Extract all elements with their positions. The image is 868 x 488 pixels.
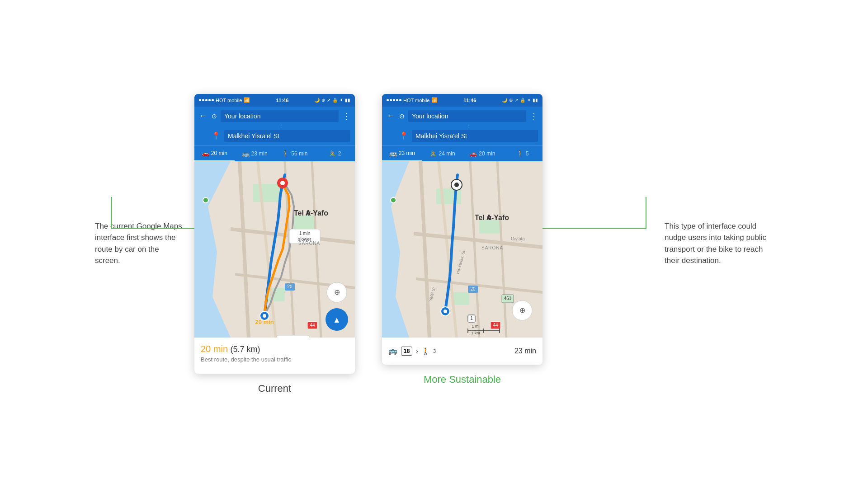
status-bar-left: HOT mobile 📶 11:46 🌙 ⊕ ↗ 🔒 ✦ ▮▮ [194,94,355,107]
bluetooth-icon: ✦ [340,98,343,103]
nav-header-right: ← ⊙ Your location ⋮ ⋮ 📍 Malkhei Yisra'el… [382,107,542,145]
green-dot-right [390,197,396,203]
bike-icon: 🚴 [329,150,336,157]
phone-sustainable: HOT mobile 📶 11:46 🌙 ⊕ ↗ 🔒 ✦ ▮▮ [382,94,542,365]
tab-car-left[interactable]: 🚗 20 min [194,146,235,161]
status-left-right: HOT mobile 📶 [387,97,438,103]
walk-time-left: 56 min [291,150,307,157]
tab-walk-left[interactable]: 🚶 56 min [275,146,315,161]
svg-rect-40 [452,292,469,305]
from-input-left[interactable]: Your location [221,110,339,122]
nav-to-row: 📍 Malkhei Yisra'el St [199,130,350,142]
phones-container: HOT mobile 📶 11:46 🌙 ⊕ ↗ 🔒 ✦ ▮▮ [194,94,656,394]
route-description-left: Best route, despite the usual traffic [201,356,349,363]
route-summary: 20 min (5.7 km) [201,344,349,354]
left-annotation: The current Google Maps interface first … [95,94,194,267]
nav-from-row: ← ⊙ Your location ⋮ [199,110,350,122]
nav-header-left: ← ⊙ Your location ⋮ ⋮ 📍 Malkhei Yisra'el… [194,107,355,145]
carrier-left: HOT mobile [216,98,242,103]
transit-total-time: 23 min [514,347,536,355]
moon-icon: 🌙 [314,98,320,103]
tab-car-right[interactable]: 🚗 20 min [462,146,503,161]
arrow-icon-status: ↗ [327,98,330,103]
nav-dots-right: ⋮ [387,125,538,130]
map-current: 20 min 1 min slower 2 min faster Tel A [194,161,355,338]
transport-tabs-right: 🚌 23 min 🚴 24 min 🚗 20 min 🚶 [382,145,542,161]
bus-icon-bottom: 🚌 [388,347,397,355]
green-dot-left [203,197,209,203]
bus-number-badge: 18 [401,347,412,356]
bus-icon: 🚌 [242,150,250,157]
tab-walk-right[interactable]: 🚶 5 [502,146,542,161]
svg-text:20: 20 [470,286,476,291]
walk-icon-right: 🚶 [516,150,524,157]
destination-pin-icon-right: 📍 [399,131,408,140]
time-right: 11:46 [463,98,476,103]
phone-current-wrapper: HOT mobile 📶 11:46 🌙 ⊕ ↗ 🔒 ✦ ▮▮ [194,94,355,394]
status-right-right: 🌙 ⊕ ↗ 🔒 ✦ ▮▮ [502,98,538,103]
status-bar-right: HOT mobile 📶 11:46 🌙 ⊕ ↗ 🔒 ✦ ▮▮ [382,94,542,107]
svg-text:1: 1 [470,316,473,321]
svg-text:44: 44 [493,323,498,328]
svg-rect-39 [479,220,500,234]
back-button-right[interactable]: ← [387,111,396,121]
svg-text:44: 44 [310,323,315,328]
svg-point-22 [280,181,285,185]
from-input-right[interactable]: Your location [408,110,526,122]
svg-text:20: 20 [287,284,292,289]
bus-time-left: 23 min [251,150,268,157]
nav-to-row-right: 📍 Malkhei Yisra'el St [387,130,538,142]
tab-bus-left[interactable]: 🚌 23 min [235,146,275,161]
label-current: Current [258,383,291,394]
lock-icon-right: 🔒 [520,98,525,103]
to-input-right[interactable]: Malkhei Yisra'el St [412,130,538,142]
label-sustainable: More Sustainable [424,374,501,385]
bike-time-right: 24 min [439,150,455,157]
svg-point-50 [454,183,459,187]
tab-bike-left[interactable]: 🚴 2 [315,146,355,161]
right-annotation-text: This type of interface could nudge users… [665,221,773,267]
map-svg-right: Tel A v-Yafo SARONA Giv'ata [382,161,542,338]
svg-point-52 [443,310,447,313]
walk-icon-bottom: 🚶 [422,347,429,355]
bus-time-right: 23 min [399,150,415,156]
more-button-left[interactable]: ⋮ [342,111,350,121]
bottom-panel-right: 🚌 18 › 🚶 3 23 min [382,338,542,365]
phone-sustainable-wrapper: HOT mobile 📶 11:46 🌙 ⊕ ↗ 🔒 ✦ ▮▮ [382,94,542,385]
wifi-icon: 📶 [244,97,250,103]
tab-bus-right[interactable]: 🚌 23 min [382,146,422,161]
location-circle-icon-right: ⊙ [399,113,405,120]
svg-text:1 mi: 1 mi [472,324,479,328]
back-button-left[interactable]: ← [199,111,208,121]
battery-icon-right: ▮▮ [533,98,538,103]
location-icon-right: ⊕ [509,98,513,103]
svg-text:v-Yafo: v-Yafo [307,209,328,217]
bike-icon-right: 🚴 [429,150,437,157]
left-annotation-text: The current Google Maps interface first … [95,221,185,267]
moon-icon-right: 🌙 [502,98,507,103]
svg-text:⊕: ⊕ [334,288,340,296]
car-time-left: 20 min [211,150,227,156]
svg-text:461: 461 [504,296,512,301]
transport-tabs-left: 🚗 20 min 🚌 23 min 🚶 56 min 🚴 [194,145,355,161]
connector-right [540,197,646,229]
bus-number: 18 [404,348,410,354]
phone-current: HOT mobile 📶 11:46 🌙 ⊕ ↗ 🔒 ✦ ▮▮ [194,94,355,374]
tab-bike-right[interactable]: 🚴 24 min [422,146,462,161]
svg-text:Giv'ata: Giv'ata [511,236,525,241]
bottom-panel-left: 20 min (5.7 km) Best route, despite the … [194,338,355,374]
walk-time-right: 5 [526,150,529,157]
walk-minutes: 3 [433,348,436,354]
lock-icon-status: 🔒 [332,98,338,103]
carrier-right: HOT mobile [403,98,429,103]
svg-text:1 km: 1 km [471,331,480,335]
to-input-left[interactable]: Malkhei Yisra'el St [224,130,350,142]
svg-text:▲: ▲ [333,315,341,324]
car-icon: 🚗 [202,150,209,157]
svg-text:SARONA: SARONA [298,241,320,246]
wifi-icon-right: 📶 [431,97,438,103]
bike-time-left: 2 [338,150,341,157]
more-button-right[interactable]: ⋮ [530,111,538,121]
right-annotation: This type of interface could nudge users… [656,94,773,267]
svg-rect-2 [253,184,280,202]
